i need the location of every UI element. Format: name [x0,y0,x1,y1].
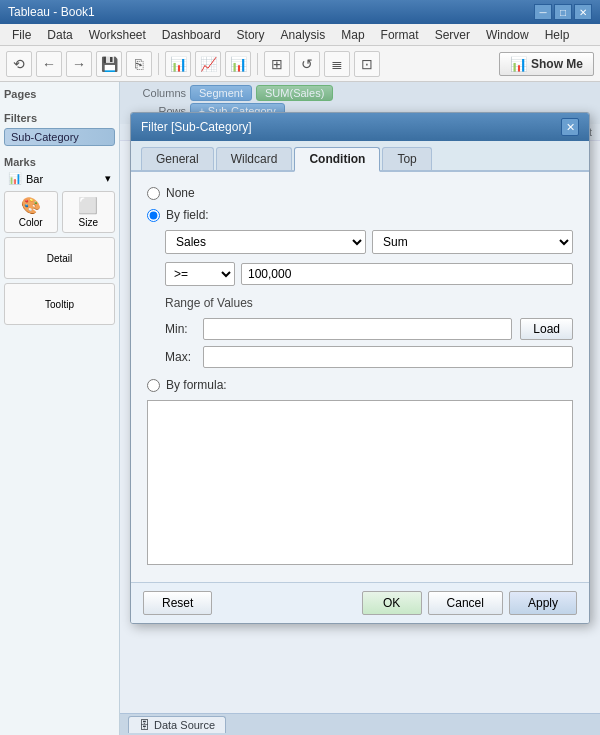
marks-type-selector[interactable]: 📊 Bar ▾ [4,170,115,187]
cancel-button[interactable]: Cancel [428,591,503,615]
toolbar-chart2[interactable]: 📈 [195,51,221,77]
workspace: Pages Filters Sub-Category Marks 📊 Bar ▾… [0,82,600,735]
size-icon: ⬜ [78,196,98,215]
canvas-area: Columns Segment SUM(Sales) Rows + Sub-Ca… [120,82,600,735]
toolbar-save[interactable]: 💾 [96,51,122,77]
filter-dialog: Filter [Sub-Category] ✕ General Wildcard… [130,112,590,624]
by-formula-label[interactable]: By formula: [166,378,227,392]
dialog-body: None By field: Sales Profit Quantity D [131,172,589,582]
marks-section: Marks 📊 Bar ▾ 🎨 Color ⬜ Size Detail [4,154,115,325]
menu-dashboard[interactable]: Dashboard [154,26,229,44]
toolbar-pages[interactable]: ⊡ [354,51,380,77]
dialog-tabs: General Wildcard Condition Top [131,141,589,172]
bar-chart-mini-icon: 📊 [8,172,22,185]
maximize-button[interactable]: □ [554,4,572,20]
dialog-overlay: Filter [Sub-Category] ✕ General Wildcard… [120,82,600,735]
dialog-titlebar: Filter [Sub-Category] ✕ [131,113,589,141]
sidebar: Pages Filters Sub-Category Marks 📊 Bar ▾… [0,82,120,735]
menu-worksheet[interactable]: Worksheet [81,26,154,44]
tooltip-label: Tooltip [45,299,74,310]
reset-button[interactable]: Reset [143,591,212,615]
menu-analysis[interactable]: Analysis [273,26,334,44]
field-select[interactable]: Sales Profit Quantity Discount [165,230,366,254]
marks-tooltip-btn[interactable]: Tooltip [4,283,115,325]
load-button[interactable]: Load [520,318,573,340]
marks-label: Marks [4,154,115,170]
formula-textarea[interactable] [147,400,573,565]
toolbar-refresh[interactable]: ↺ [294,51,320,77]
menu-server[interactable]: Server [427,26,478,44]
show-me-icon: 📊 [510,56,527,72]
max-row: Max: [165,346,573,368]
by-field-radio[interactable] [147,209,160,222]
marks-detail-btn[interactable]: Detail [4,237,115,279]
min-row: Min: Load [165,318,573,340]
field-row: Sales Profit Quantity Discount Sum Avg M… [165,230,573,254]
by-field-label[interactable]: By field: [166,208,209,222]
menu-format[interactable]: Format [373,26,427,44]
max-label: Max: [165,350,195,364]
detail-label: Detail [47,253,73,264]
by-formula-radio[interactable] [147,379,160,392]
menu-bar: File Data Worksheet Dashboard Story Anal… [0,24,600,46]
marks-size-btn[interactable]: ⬜ Size [62,191,116,233]
filters-label: Filters [4,110,115,126]
aggregation-select[interactable]: Sum Avg Min Max [372,230,573,254]
marks-dropdown-icon: ▾ [105,172,111,185]
menu-story[interactable]: Story [229,26,273,44]
dialog-title: Filter [Sub-Category] [141,120,252,134]
window-controls: ─ □ ✕ [534,4,592,20]
toolbar-back[interactable]: ← [36,51,62,77]
toolbar-copy[interactable]: ⎘ [126,51,152,77]
toolbar-chart1[interactable]: 📊 [165,51,191,77]
minimize-button[interactable]: ─ [534,4,552,20]
min-label: Min: [165,322,195,336]
toolbar-separator-2 [257,53,258,75]
pages-section: Pages [4,86,115,102]
menu-window[interactable]: Window [478,26,537,44]
toolbar-separator-1 [158,53,159,75]
pages-label: Pages [4,86,115,102]
tab-general[interactable]: General [141,147,214,170]
tab-wildcard[interactable]: Wildcard [216,147,293,170]
condition-value-input[interactable] [241,263,573,285]
menu-file[interactable]: File [4,26,39,44]
by-field-radio-row: By field: [147,208,573,222]
dialog-close-button[interactable]: ✕ [561,118,579,136]
by-formula-radio-row: By formula: [147,378,573,392]
window-title: Tableau - Book1 [8,5,95,19]
tab-condition[interactable]: Condition [294,147,380,172]
none-radio[interactable] [147,187,160,200]
show-me-button[interactable]: 📊 Show Me [499,52,594,76]
ok-button[interactable]: OK [362,591,422,615]
min-input[interactable] [203,318,512,340]
apply-button[interactable]: Apply [509,591,577,615]
menu-data[interactable]: Data [39,26,80,44]
title-bar: Tableau - Book1 ─ □ ✕ [0,0,600,24]
toolbar-undo[interactable]: ⟲ [6,51,32,77]
toolbar-grid[interactable]: ⊞ [264,51,290,77]
dialog-footer: Reset OK Cancel Apply [131,582,589,623]
close-window-button[interactable]: ✕ [574,4,592,20]
marks-color-btn[interactable]: 🎨 Color [4,191,58,233]
filter-sub-category[interactable]: Sub-Category [4,128,115,146]
tab-top[interactable]: Top [382,147,431,170]
color-label: Color [19,217,43,228]
none-radio-row: None [147,186,573,200]
toolbar-chart3[interactable]: 📊 [225,51,251,77]
formula-section: By formula: [147,378,573,568]
marks-type-label: Bar [26,173,43,185]
menu-map[interactable]: Map [333,26,372,44]
range-of-values-label: Range of Values [165,296,573,310]
max-input[interactable] [203,346,573,368]
toolbar: ⟲ ← → 💾 ⎘ 📊 📈 📊 ⊞ ↺ ≣ ⊡ 📊 Show Me [0,46,600,82]
toolbar-filter[interactable]: ≣ [324,51,350,77]
menu-help[interactable]: Help [537,26,578,44]
color-icon: 🎨 [21,196,41,215]
none-label[interactable]: None [166,186,195,200]
size-label: Size [79,217,98,228]
operator-select[interactable]: >= > <= < = != [165,262,235,286]
toolbar-forward[interactable]: → [66,51,92,77]
condition-row: >= > <= < = != [165,262,573,286]
filters-section: Filters Sub-Category [4,110,115,146]
